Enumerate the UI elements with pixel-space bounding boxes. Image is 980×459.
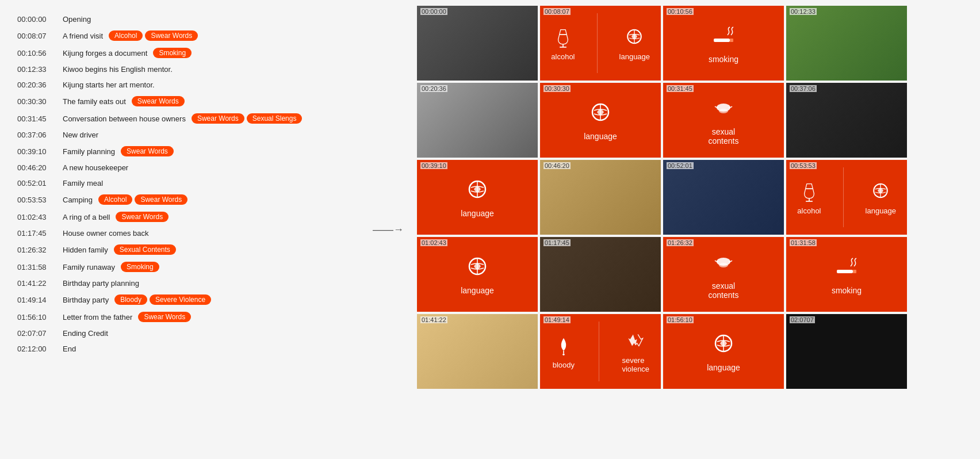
scene-tag[interactable]: Severe Violence — [150, 294, 211, 305]
scene-tag[interactable]: Swear Words — [121, 146, 174, 156]
grid-cell: 00:00:00 — [417, 6, 538, 81]
scene-list: 00:00:00Opening00:08:07A friend visitAlc… — [0, 0, 368, 459]
warning-label: language — [866, 206, 897, 215]
split-warning-cell: bloody severe violence — [540, 314, 661, 389]
grid-timestamp: 00:08:07 — [543, 8, 571, 15]
grid-cell: 00:12:33 — [786, 6, 907, 81]
scene-tag[interactable]: Swear Words — [132, 96, 185, 106]
scene-title: End — [63, 345, 76, 353]
scene-row: 01:31:58Family runawaySmoking — [17, 258, 351, 276]
warning-label: alcohol — [797, 206, 821, 215]
scene-title: Hidden family — [63, 246, 108, 254]
scene-time: 00:08:07 — [17, 32, 60, 40]
split-warning-item: bloody — [552, 334, 576, 369]
content-warning-cell: language — [417, 237, 538, 312]
grid-cell: language01:56:10 — [663, 314, 784, 389]
scene-row: 00:31:45Conversation between house owner… — [17, 110, 351, 127]
warning-label: smoking — [832, 286, 862, 295]
scene-row: 00:37:06New driver — [17, 127, 351, 143]
grid-timestamp: 01:31:58 — [790, 239, 817, 246]
warning-label: sexual contents — [709, 127, 739, 146]
grid-timestamp: 01:41:22 — [420, 316, 447, 323]
scene-time: 00:46:20 — [17, 163, 60, 172]
scene-row: 00:53:53CampingAlcoholSwear Words — [17, 191, 351, 208]
scene-time: 01:26:32 — [17, 246, 60, 254]
grid-cell: 01:17:45 — [540, 237, 661, 312]
scene-row: 00:52:01Family meal — [17, 175, 351, 191]
scene-title: Birthday party planning — [63, 279, 139, 288]
content-warning-cell: language — [417, 160, 538, 235]
scene-tag[interactable]: Alcohol — [109, 30, 143, 41]
scene-time: 00:10:56 — [17, 49, 60, 58]
scene-tag[interactable]: Smoking — [121, 262, 159, 272]
scene-title: New driver — [63, 131, 98, 139]
scene-row: 01:49:14Birthday partyBloodySevere Viole… — [17, 291, 351, 308]
scene-tag[interactable]: Swear Words — [145, 30, 198, 41]
grid-timestamp: 01:17:45 — [543, 239, 571, 246]
grid-timestamp: 00:30:30 — [543, 85, 571, 92]
scene-row: 00:10:56Kijung forges a documentSmoking — [17, 44, 351, 62]
language-icon — [463, 177, 492, 205]
grid-cell: language01:02:43 — [417, 237, 538, 312]
scene-time: 00:00:00 — [17, 15, 60, 24]
grid-panel: 00:00:00 alcohol language00:08:07 smokin… — [408, 0, 980, 459]
grid-cell: 00:52:01 — [663, 160, 784, 235]
grid-row: 01:41:22 bloody severe violence01:49:14 … — [417, 314, 971, 389]
scene-row: 00:08:07A friend visitAlcoholSwear Words — [17, 27, 351, 44]
split-warning-cell: alcohol language — [786, 160, 907, 235]
grid-cell: alcohol language00:53:53 — [786, 160, 907, 235]
grid-timestamp: 00:37:06 — [790, 85, 817, 92]
svg-point-21 — [719, 263, 728, 267]
scene-time: 00:20:36 — [17, 81, 60, 89]
photo-thumbnail — [540, 237, 661, 312]
grid-cell: 00:37:06 — [786, 83, 907, 158]
content-warning-cell: smoking — [786, 237, 907, 312]
scene-title: House owner comes back — [63, 229, 149, 238]
split-warning-item: alcohol — [551, 26, 575, 61]
scene-tag[interactable]: Bloody — [114, 294, 147, 305]
scene-tag[interactable]: Sexual Slengs — [247, 113, 303, 124]
scene-title: Family runaway — [63, 263, 115, 271]
grid-cell: smoking00:10:56 — [663, 6, 784, 81]
photo-thumbnail — [417, 314, 538, 389]
grid-cell: 00:46:20 — [540, 160, 661, 235]
scene-tag[interactable]: Swear Words — [138, 312, 191, 322]
scene-tag[interactable]: Swear Words — [116, 212, 169, 222]
scene-row: 00:20:36Kijung starts her art mentor. — [17, 77, 351, 93]
content-warning-cell: sexual contents — [663, 83, 784, 158]
svg-rect-5 — [714, 39, 730, 42]
sexual-icon — [709, 95, 738, 124]
grid-timestamp: 00:20:36 — [420, 85, 447, 92]
scene-tag[interactable]: Alcohol — [98, 194, 132, 205]
scene-tag[interactable]: Swear Words — [192, 113, 244, 124]
scene-title: The family eats out — [63, 97, 126, 106]
language-icon — [709, 331, 738, 359]
scene-tag[interactable]: Smoking — [153, 48, 192, 58]
split-warning-cell: alcohol language — [540, 6, 661, 81]
sexual-icon — [709, 249, 738, 278]
scene-row: 01:26:32Hidden familySexual Contents — [17, 241, 351, 258]
grid-row: 00:20:36 language00:30:30 sexual content… — [417, 83, 971, 158]
scene-tag[interactable]: Sexual Contents — [114, 244, 176, 255]
scene-title: Opening — [63, 15, 91, 24]
scene-time: 01:31:58 — [17, 263, 60, 271]
scene-row: 01:41:22Birthday party planning — [17, 276, 351, 291]
grid-cell: 01:41:22 — [417, 314, 538, 389]
scene-time: 01:02:43 — [17, 213, 60, 221]
scene-time: 00:52:01 — [17, 179, 60, 188]
split-divider — [599, 322, 599, 381]
split-warning-item: alcohol — [797, 180, 821, 215]
photo-thumbnail — [786, 314, 907, 389]
alcohol-icon — [797, 180, 821, 204]
scene-time: 00:53:53 — [17, 196, 60, 204]
language-icon — [868, 180, 893, 204]
scene-title: Birthday party — [63, 296, 109, 304]
scene-tag[interactable]: Swear Words — [135, 194, 187, 205]
split-warning-item: language — [619, 26, 650, 61]
content-warning-cell: sexual contents — [663, 237, 784, 312]
scene-title: Camping — [63, 196, 93, 204]
grid-cell: bloody severe violence01:49:14 — [540, 314, 661, 389]
grid-timestamp: 00:10:56 — [667, 8, 694, 15]
scene-row: 00:46:20A new housekeeper — [17, 160, 351, 175]
grid-cell: language00:30:30 — [540, 83, 661, 158]
